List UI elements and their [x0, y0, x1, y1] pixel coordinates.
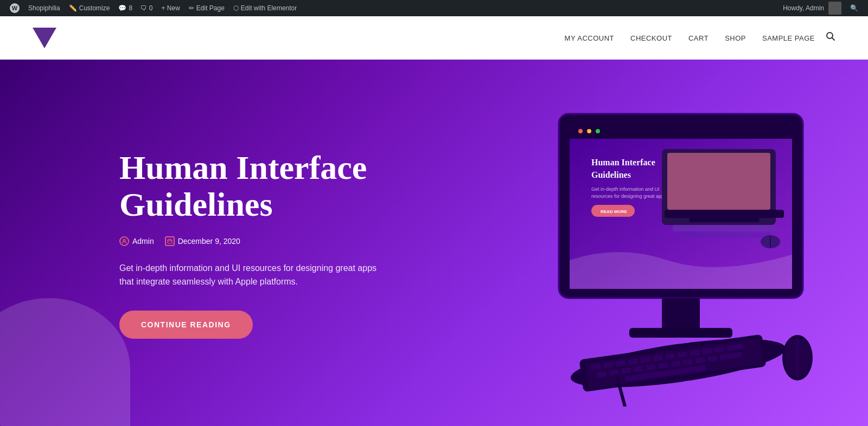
- hero-image: Human Interface Guidelines Get in-depth …: [461, 81, 868, 406]
- svg-line-1: [832, 38, 835, 41]
- site-name-item[interactable]: Shopiphilia: [24, 0, 65, 16]
- customize-item[interactable]: ✏️ Customize: [65, 0, 114, 16]
- hero-author-label: Admin: [132, 237, 154, 246]
- hero-section: Human Interface Guidelines Admin: [0, 60, 868, 426]
- elementor-icon: ⬡: [233, 4, 239, 12]
- nav-logo[interactable]: [33, 28, 56, 48]
- admin-bar: W Shopiphilia ✏️ Customize 💬 8 🗨 0 + New…: [0, 0, 868, 16]
- edit-page-label: Edit Page: [196, 4, 225, 12]
- svg-text:READ MORE: READ MORE: [601, 209, 628, 214]
- svg-rect-25: [689, 218, 760, 222]
- svg-rect-26: [673, 225, 776, 231]
- avatar-icon: [828, 2, 841, 15]
- svg-rect-27: [678, 233, 770, 237]
- edit-elementor-item[interactable]: ⬡ Edit with Elementor: [229, 0, 301, 16]
- new-label: + New: [161, 4, 180, 12]
- comments-count: 8: [129, 4, 132, 12]
- customize-icon: ✏️: [69, 4, 77, 12]
- site-name-label: Shopiphilia: [28, 4, 60, 12]
- comments-icon-count: 0: [149, 4, 153, 12]
- nav-item-samplepage[interactable]: SAMPLE PAGE: [762, 33, 815, 43]
- svg-rect-23: [667, 153, 770, 210]
- new-item[interactable]: + New: [157, 0, 184, 16]
- nav-item-cart[interactable]: CART: [688, 33, 709, 43]
- svg-rect-24: [665, 210, 784, 218]
- navbar: MY ACCOUNT CHECKOUT CART SHOP SAMPLE PAG…: [0, 16, 868, 60]
- comments-icon: 💬: [118, 4, 126, 12]
- nav-item-checkout[interactable]: CHECKOUT: [630, 33, 672, 43]
- nav-link-cart[interactable]: CART: [688, 34, 709, 42]
- hero-title: Human Interface Guidelines: [119, 149, 380, 223]
- nav-link-samplepage[interactable]: SAMPLE PAGE: [762, 34, 815, 42]
- hero-date-label: December 9, 2020: [178, 237, 240, 246]
- nav-link-myaccount[interactable]: MY ACCOUNT: [565, 34, 614, 42]
- search-icon: 🔍: [850, 4, 858, 12]
- howdy-item[interactable]: Howdy, Admin: [778, 0, 846, 16]
- nav-item-myaccount[interactable]: MY ACCOUNT: [565, 33, 614, 43]
- hero-content: Human Interface Guidelines Admin: [0, 106, 380, 382]
- monitor-illustration: Human Interface Guidelines Get in-depth …: [461, 81, 868, 406]
- comments-item[interactable]: 💬 8 🗨 0: [114, 0, 157, 16]
- admin-bar-right: Howdy, Admin 🔍: [778, 0, 863, 16]
- svg-rect-30: [662, 298, 700, 331]
- logo-triangle-icon: [33, 28, 56, 48]
- nav-link-checkout[interactable]: CHECKOUT: [630, 34, 672, 42]
- continue-reading-button[interactable]: CONTINUE READING: [119, 311, 253, 339]
- svg-rect-3: [168, 240, 172, 243]
- hero-description: Get in-depth information and UI resource…: [119, 261, 380, 289]
- svg-point-14: [596, 129, 600, 133]
- svg-point-12: [578, 129, 583, 133]
- svg-rect-11: [570, 130, 792, 139]
- customize-label: Customize: [79, 4, 110, 12]
- hero-meta: Admin December 9, 2020: [119, 236, 380, 246]
- edit-page-item[interactable]: ✏ Edit Page: [184, 0, 229, 16]
- nav-item-shop[interactable]: SHOP: [725, 33, 746, 43]
- hero-author-meta: Admin: [119, 236, 154, 246]
- nav-link-shop[interactable]: SHOP: [725, 34, 746, 42]
- svg-text:resources for designing great : resources for designing great apps.: [591, 193, 668, 199]
- svg-text:Guidelines: Guidelines: [591, 170, 631, 179]
- calendar-icon: [165, 236, 175, 246]
- author-icon: [119, 236, 129, 246]
- edit-elementor-label: Edit with Elementor: [241, 4, 297, 12]
- howdy-text: Howdy, Admin: [783, 4, 824, 12]
- wp-icon: W: [10, 3, 20, 13]
- wp-logo-item[interactable]: W: [5, 0, 24, 16]
- svg-text:Get in-depth information and U: Get in-depth information and UI: [591, 186, 660, 192]
- bubbles-icon: 🗨: [141, 4, 147, 12]
- search-item[interactable]: 🔍: [846, 0, 863, 16]
- hero-date-meta: December 9, 2020: [165, 236, 240, 246]
- edit-page-icon: ✏: [189, 4, 194, 12]
- navbar-search-icon[interactable]: [826, 31, 835, 44]
- svg-text:Human Interface: Human Interface: [591, 158, 655, 167]
- nav-links: MY ACCOUNT CHECKOUT CART SHOP SAMPLE PAG…: [565, 33, 815, 43]
- svg-rect-31: [629, 328, 732, 338]
- svg-point-13: [587, 129, 591, 133]
